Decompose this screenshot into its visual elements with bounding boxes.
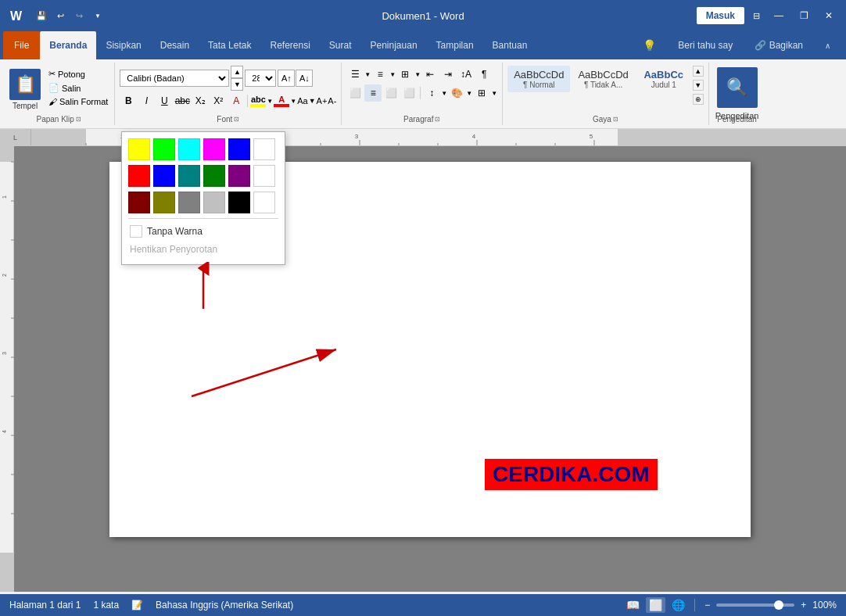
- multilevel-list-button[interactable]: ⊞: [396, 66, 414, 83]
- tab-desain[interactable]: Desain: [151, 31, 199, 59]
- line-spacing-button[interactable]: ↕: [423, 84, 440, 102]
- shading-dropdown[interactable]: ▼: [466, 90, 472, 97]
- italic-button[interactable]: I: [138, 92, 155, 109]
- tab-tata-letak[interactable]: Tata Letak: [199, 31, 260, 59]
- color-white3[interactable]: [253, 192, 275, 213]
- style-normal[interactable]: AaBbCcDd ¶ Normal: [507, 66, 570, 92]
- redo-button[interactable]: ↪: [70, 7, 88, 24]
- zoom-in-button[interactable]: +: [801, 600, 806, 611]
- style-judul1[interactable]: AaBbCc Judul 1: [636, 66, 691, 92]
- superscript-button[interactable]: X²: [210, 92, 227, 109]
- borders-button[interactable]: ⊞: [473, 84, 490, 102]
- customize-quick-access[interactable]: ▼: [89, 7, 106, 24]
- paragraph-group-label[interactable]: Paragraf ⊡: [403, 115, 440, 124]
- color-teal[interactable]: [178, 165, 200, 187]
- subscript-button[interactable]: X₂: [192, 92, 209, 109]
- search-editing-button[interactable]: 🔍: [717, 67, 758, 108]
- zoom-out-button[interactable]: −: [704, 600, 710, 611]
- color-silver[interactable]: [203, 192, 225, 213]
- bullets-dropdown[interactable]: ▼: [364, 71, 371, 78]
- format-painter-button[interactable]: 🖌 Salin Format: [45, 95, 111, 108]
- proofing-icon[interactable]: 📝: [131, 600, 143, 611]
- font-color-dropdown-arrow[interactable]: ▼: [290, 98, 296, 105]
- color-black[interactable]: [228, 192, 250, 213]
- align-left-button[interactable]: ⬜: [346, 84, 364, 102]
- color-navy[interactable]: [153, 165, 175, 187]
- color-blue[interactable]: [228, 138, 250, 160]
- ruler-corner[interactable]: L: [0, 129, 31, 146]
- color-red[interactable]: [128, 165, 150, 187]
- highlight-dropdown-arrow[interactable]: ▼: [267, 98, 273, 105]
- color-magenta[interactable]: [203, 138, 225, 160]
- color-purple[interactable]: [228, 165, 250, 187]
- shading-button[interactable]: 🎨: [448, 84, 465, 102]
- font-color-button[interactable]: A: [274, 95, 289, 107]
- close-button[interactable]: ✕: [818, 5, 840, 27]
- decrease-indent-button[interactable]: A-: [328, 96, 336, 106]
- case-dropdown[interactable]: ▼: [309, 97, 316, 105]
- styles-expand-arrow[interactable]: ⊕: [693, 94, 704, 105]
- share-button[interactable]: 🔗 Bagikan: [745, 31, 812, 59]
- styles-up-arrow[interactable]: ▲: [693, 66, 704, 77]
- color-cyan[interactable]: [178, 138, 200, 160]
- show-formatting-button[interactable]: ¶: [475, 66, 493, 83]
- increase-indent-para-button[interactable]: ⇥: [439, 66, 457, 83]
- color-white1[interactable]: [253, 138, 275, 160]
- paste-button[interactable]: 📋 Tempel: [6, 66, 44, 113]
- tab-bantuan[interactable]: Bantuan: [483, 31, 537, 59]
- minimize-button[interactable]: —: [768, 5, 790, 27]
- restore-button[interactable]: ❐: [793, 5, 815, 27]
- color-darkred[interactable]: [128, 192, 150, 213]
- copy-button[interactable]: 📄 Salin: [45, 81, 111, 95]
- borders-dropdown[interactable]: ▼: [491, 90, 497, 97]
- decrease-indent-para-button[interactable]: ⇤: [421, 66, 439, 83]
- read-mode-button[interactable]: 📖: [626, 599, 640, 611]
- sort-button[interactable]: ↕A: [457, 66, 475, 83]
- numbering-dropdown[interactable]: ▼: [389, 71, 396, 78]
- strikethrough-button[interactable]: abc: [174, 92, 191, 109]
- underline-button[interactable]: U: [156, 92, 173, 109]
- clipboard-group-label[interactable]: Papan Klip ⊡: [36, 115, 81, 124]
- font-size-select[interactable]: 28: [245, 70, 276, 87]
- align-right-button[interactable]: ⬜: [382, 84, 400, 102]
- tell-me-button[interactable]: Beri tahu say: [669, 31, 742, 59]
- color-gray[interactable]: [178, 192, 200, 213]
- tab-beranda[interactable]: Beranda: [40, 31, 96, 59]
- font-size-increase[interactable]: ▲: [231, 66, 243, 78]
- align-center-button[interactable]: ≡: [364, 84, 382, 102]
- shrink-font-button[interactable]: A↓: [296, 70, 313, 87]
- save-button[interactable]: 💾: [33, 7, 50, 24]
- text-highlight-button[interactable]: abc: [250, 95, 266, 107]
- tell-me-icon[interactable]: 💡: [633, 31, 665, 59]
- color-white2[interactable]: [253, 165, 275, 187]
- tab-referensi[interactable]: Referensi: [260, 31, 319, 59]
- font-size-decrease[interactable]: ▼: [231, 78, 243, 91]
- ribbon-display-options[interactable]: ⊟: [747, 7, 765, 24]
- clear-format-button[interactable]: A: [228, 92, 245, 109]
- color-lime[interactable]: [153, 138, 175, 160]
- zoom-slider[interactable]: [716, 603, 794, 607]
- signin-button[interactable]: Masuk: [697, 7, 744, 24]
- styles-scroll-arrows[interactable]: ▲ ▼ ⊕: [693, 66, 704, 105]
- increase-indent-button[interactable]: A+: [317, 96, 328, 106]
- style-tidak-ada-spasi[interactable]: AaBbCcDd ¶ Tidak A...: [572, 66, 634, 92]
- bullets-button[interactable]: ☰: [346, 66, 364, 83]
- no-color-option[interactable]: Tanpa Warna: [128, 222, 278, 241]
- web-layout-button[interactable]: 🌐: [672, 599, 685, 611]
- numbering-button[interactable]: ≡: [371, 66, 389, 83]
- styles-group-label[interactable]: Gaya ⊡: [593, 115, 618, 124]
- tab-peninjauan[interactable]: Peninjauan: [361, 31, 427, 59]
- tab-surat[interactable]: Surat: [320, 31, 361, 59]
- styles-down-arrow[interactable]: ▼: [693, 80, 704, 91]
- grow-font-button[interactable]: A↑: [278, 70, 295, 87]
- color-olive[interactable]: [153, 192, 175, 213]
- font-family-select[interactable]: Calibri (Badan): [120, 70, 229, 87]
- color-yellow[interactable]: [128, 138, 150, 160]
- case-button[interactable]: Aa: [297, 96, 307, 106]
- color-green[interactable]: [203, 165, 225, 187]
- font-group-label[interactable]: Font ⊡: [217, 115, 239, 124]
- undo-button[interactable]: ↩: [52, 7, 69, 24]
- tab-tampilan[interactable]: Tampilan: [427, 31, 483, 59]
- tab-file[interactable]: File: [3, 31, 40, 59]
- bold-button[interactable]: B: [120, 92, 137, 109]
